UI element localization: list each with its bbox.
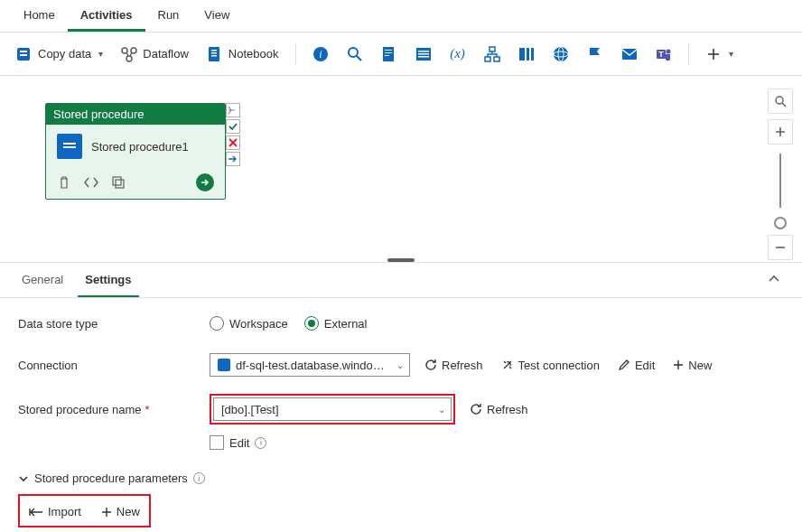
sp-name-label: Stored procedure name* [18,403,199,416]
edit-checkbox[interactable] [210,435,224,450]
chevron-down-icon: ⌄ [396,360,404,370]
add-button[interactable]: ▾ [698,40,741,69]
import-button[interactable]: Import [25,503,85,520]
svg-rect-26 [527,48,529,61]
top-tabs: Home Activities Run View [0,0,802,33]
svg-rect-37 [63,146,76,148]
svg-rect-19 [418,51,429,52]
activity-header: Stored procedure [46,104,225,125]
copy-data-button[interactable]: Copy data ▾ [9,40,110,69]
panel-resize-grip[interactable] [387,258,415,262]
svg-point-28 [554,47,568,61]
svg-text:T: T [658,50,664,59]
chevron-down-icon: ⌄ [438,405,445,415]
teams-icon: T [656,46,672,62]
connection-new-button[interactable]: New [669,357,715,374]
connector-success[interactable] [226,119,240,134]
chevron-down-icon: ▾ [98,49,103,59]
search-button[interactable] [340,40,370,69]
svg-rect-15 [385,50,392,51]
svg-rect-2 [20,54,27,56]
code-icon[interactable] [84,175,98,190]
toolbar-separator [295,43,296,65]
copy-icon[interactable] [111,175,126,190]
dataflow-icon [121,46,137,62]
dataflow-label: Dataflow [143,47,189,61]
radio-workspace[interactable]: Workspace [210,316,288,331]
panel-tab-settings[interactable]: Settings [78,264,138,297]
svg-line-13 [357,56,361,61]
delete-icon[interactable] [57,175,71,190]
panels-icon [518,46,535,62]
radio-external[interactable]: External [304,316,368,331]
svg-point-40 [776,97,783,104]
info-button[interactable]: i [305,40,336,69]
test-connection-button[interactable]: Test connection [498,357,603,374]
chevron-down-icon: ▾ [729,49,733,59]
sql-connection-icon [218,359,230,371]
teams-button[interactable]: T [648,40,679,69]
panels-button[interactable] [511,40,542,69]
tab-home[interactable]: Home [11,1,68,32]
tab-run[interactable]: Run [145,1,192,32]
pipeline-canvas[interactable]: Stored procedure Stored procedure1 [0,76,802,262]
canvas-zoom-tools [768,89,793,260]
fit-search-button[interactable] [768,89,793,114]
connector-fail[interactable] [226,135,240,150]
list-button[interactable] [408,40,439,69]
mail-button[interactable] [614,40,645,69]
svg-line-41 [782,103,786,107]
sp-name-dropdown[interactable]: [dbo].[Test] ⌄ [213,397,452,421]
edit-label: Edit [635,359,655,372]
globe-button[interactable] [546,40,576,69]
copy-data-icon [16,46,33,62]
info-icon[interactable]: i [193,472,205,484]
list-icon [415,46,432,62]
svg-text:i: i [319,48,322,61]
svg-rect-21 [418,56,429,58]
variable-button[interactable]: (x) [443,40,473,69]
zoom-in-button[interactable] [768,119,793,145]
mail-icon [621,46,638,62]
zoom-slider-handle[interactable] [774,217,787,229]
activity-stored-procedure[interactable]: Stored procedure Stored procedure1 [45,103,226,200]
plus-icon [705,46,722,62]
sp-refresh-button[interactable]: Refresh [466,401,532,418]
zoom-out-button[interactable] [768,235,793,260]
connection-edit-button[interactable]: Edit [614,357,658,374]
refresh-icon [424,359,437,371]
svg-rect-24 [494,57,499,61]
sp-parameters-toggle[interactable]: Stored procedure parameters i [18,471,784,485]
tab-activities[interactable]: Activities [68,1,145,32]
script-button[interactable] [374,40,405,69]
connector-skip[interactable] [226,103,240,117]
refresh-icon [470,403,482,415]
connector-completion[interactable] [226,152,240,166]
sp-parameters-label: Stored procedure parameters [34,471,188,485]
notebook-icon [207,46,223,62]
dataflow-button[interactable]: Dataflow [114,40,196,69]
panel-tab-general[interactable]: General [14,264,70,297]
svg-rect-8 [211,52,217,54]
zoom-slider-track[interactable] [779,154,781,208]
hierarchy-icon [484,46,500,62]
test-connection-label: Test connection [518,359,600,372]
run-icon[interactable] [196,173,214,191]
sp-name-highlight: [dbo].[Test] ⌄ [210,394,455,425]
chevron-down-icon [18,473,29,484]
hierarchy-button[interactable] [477,40,508,69]
activity-name: Stored procedure1 [91,140,189,154]
flag-button[interactable] [580,40,611,69]
notebook-button[interactable]: Notebook [200,40,286,69]
svg-rect-22 [490,47,495,51]
collapse-panel-button[interactable] [760,266,788,295]
param-new-button[interactable]: New [98,503,144,520]
svg-rect-23 [485,57,490,61]
info-icon[interactable]: i [255,437,266,449]
stored-procedure-icon [57,134,82,159]
tab-view[interactable]: View [191,1,242,32]
connection-dropdown[interactable]: df-sql-test.database.windows.net;tes... … [210,353,410,377]
plus-icon [673,359,684,370]
svg-rect-20 [418,53,429,55]
connection-refresh-button[interactable]: Refresh [421,357,487,374]
